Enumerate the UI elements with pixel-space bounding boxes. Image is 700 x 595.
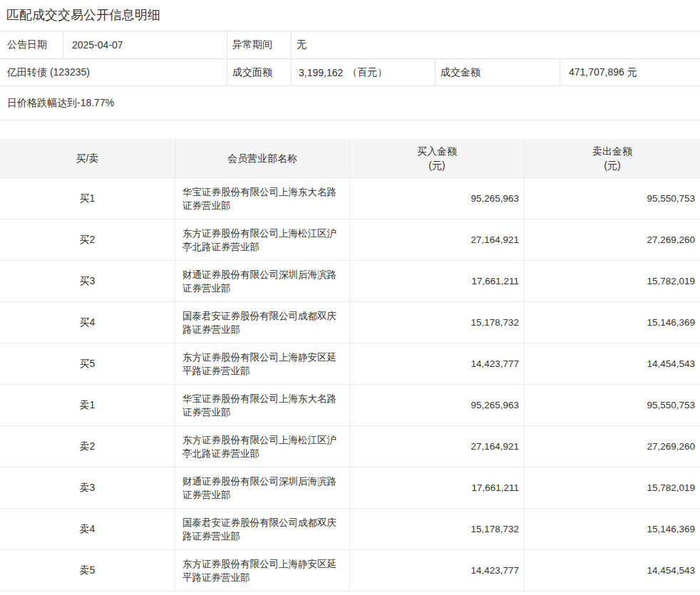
- table-row: 买3 财通证券股份有限公司深圳后海滨路证券营业部 17,661,211 15,7…: [0, 261, 700, 302]
- buy-amount-cell: 27,164,921: [349, 219, 524, 260]
- table-header: 买/卖 会员营业部名称 买入金额 (元) 卖出金额 (元): [0, 139, 700, 178]
- security-name: 亿田转债 (123235): [0, 59, 227, 86]
- table-row: 买4 国泰君安证券股份有限公司成都双庆路证券营业部 15,178,732 15,…: [0, 302, 700, 343]
- info-panel: 公告日期 2025-04-07 异常期间 无 亿田转债 (123235) 成交面…: [0, 31, 700, 120]
- side-cell: 卖1: [0, 385, 175, 425]
- side-cell: 卖4: [0, 509, 175, 549]
- member-cell: 国泰君安证券股份有限公司成都双庆路证券营业部: [175, 302, 349, 343]
- side-cell: 买5: [0, 343, 175, 384]
- abnormal-period-value: 无: [291, 31, 700, 58]
- buy-amount-cell: 17,661,211: [349, 467, 524, 508]
- sell-amount-cell: 27,269,260: [524, 426, 700, 467]
- side-cell: 卖3: [0, 467, 175, 508]
- table-row: 买1 华宝证券股份有限公司上海东大名路证券营业部 95,265,963 95,5…: [0, 178, 700, 219]
- buy-amount-cell: 14,423,777: [349, 550, 524, 591]
- table-row: 卖1 华宝证券股份有限公司上海东大名路证券营业部 95,265,963 95,5…: [0, 385, 700, 426]
- sell-amount-cell: 15,146,369: [524, 509, 700, 549]
- member-cell: 华宝证券股份有限公司上海东大名路证券营业部: [175, 385, 349, 425]
- buy-amount-cell: 95,265,963: [349, 385, 524, 425]
- sell-amount-cell: 15,782,019: [524, 261, 700, 301]
- table-row: 卖4 国泰君安证券股份有限公司成都双庆路证券营业部 15,178,732 15,…: [0, 509, 700, 550]
- face-value-number: 3,199,162: [299, 67, 343, 78]
- header-buy-amount-line1: 买入金额: [417, 144, 457, 158]
- member-cell: 华宝证券股份有限公司上海东大名路证券营业部: [175, 178, 349, 219]
- side-cell: 买2: [0, 219, 175, 260]
- header-sell-amount-line2: (元): [604, 158, 620, 172]
- sell-amount-cell: 95,550,753: [524, 178, 700, 219]
- face-value-label: 成交面额: [227, 59, 291, 86]
- side-cell: 卖5: [0, 550, 175, 591]
- sell-amount-cell: 14,454,543: [524, 343, 700, 384]
- member-cell: 东方证券股份有限公司上海松江区沪亭北路证券营业部: [175, 426, 349, 467]
- face-value-value: 3,199,162 （百元）: [291, 59, 435, 86]
- sell-amount-cell: 15,146,369: [524, 302, 700, 343]
- abnormal-period-label: 异常期间: [227, 31, 291, 58]
- side-cell: 买1: [0, 178, 175, 219]
- header-sell-amount: 卖出金额 (元): [524, 139, 700, 177]
- trade-table: 买/卖 会员营业部名称 买入金额 (元) 卖出金额 (元) 买1 华宝证券股份有…: [0, 139, 700, 591]
- info-row-note: 日价格跌幅达到-18.77%: [0, 86, 700, 120]
- buy-amount-cell: 95,265,963: [349, 178, 524, 219]
- member-cell: 东方证券股份有限公司上海静安区延平路证券营业部: [175, 343, 349, 384]
- buy-amount-cell: 14,423,777: [349, 343, 524, 384]
- face-value-unit: （百元）: [347, 66, 387, 79]
- header-side: 买/卖: [0, 139, 175, 177]
- table-row: 卖2 东方证券股份有限公司上海松江区沪亭北路证券营业部 27,164,921 2…: [0, 426, 700, 467]
- sell-amount-cell: 15,782,019: [524, 467, 700, 508]
- side-cell: 卖2: [0, 426, 175, 467]
- member-cell: 财通证券股份有限公司深圳后海滨路证券营业部: [175, 467, 349, 508]
- turnover-label: 成交金额: [435, 59, 560, 86]
- buy-amount-cell: 27,164,921: [349, 426, 524, 467]
- announce-date-value: 2025-04-07: [63, 31, 227, 58]
- header-buy-amount-line2: (元): [428, 158, 445, 172]
- price-change-note: 日价格跌幅达到-18.77%: [0, 86, 700, 120]
- member-cell: 东方证券股份有限公司上海松江区沪亭北路证券营业部: [175, 219, 349, 260]
- member-cell: 东方证券股份有限公司上海静安区延平路证券营业部: [175, 550, 349, 591]
- buy-amount-cell: 17,661,211: [349, 261, 524, 301]
- header-member: 会员营业部名称: [175, 139, 349, 177]
- header-sell-amount-line1: 卖出金额: [592, 144, 632, 158]
- announce-date-label: 公告日期: [0, 31, 63, 58]
- member-cell: 财通证券股份有限公司深圳后海滨路证券营业部: [175, 261, 349, 301]
- page-title: 匹配成交交易公开信息明细: [0, 0, 700, 31]
- header-buy-amount: 买入金额 (元): [349, 139, 524, 177]
- sell-amount-cell: 95,550,753: [524, 385, 700, 425]
- buy-amount-cell: 15,178,732: [349, 302, 524, 343]
- buy-amount-cell: 15,178,732: [349, 509, 524, 549]
- info-row-security: 亿田转债 (123235) 成交面额 3,199,162 （百元） 成交金额 4…: [0, 59, 700, 86]
- table-row: 买2 东方证券股份有限公司上海松江区沪亭北路证券营业部 27,164,921 2…: [0, 219, 700, 261]
- sell-amount-cell: 27,269,260: [524, 219, 700, 260]
- table-row: 卖5 东方证券股份有限公司上海静安区延平路证券营业部 14,423,777 14…: [0, 550, 700, 591]
- member-cell: 国泰君安证券股份有限公司成都双庆路证券营业部: [175, 509, 349, 549]
- side-cell: 买4: [0, 302, 175, 343]
- turnover-value: 471,707,896 元: [560, 59, 700, 86]
- info-row-dates: 公告日期 2025-04-07 异常期间 无: [0, 31, 700, 59]
- table-row: 卖3 财通证券股份有限公司深圳后海滨路证券营业部 17,661,211 15,7…: [0, 467, 700, 509]
- sell-amount-cell: 14,454,543: [524, 550, 700, 591]
- side-cell: 买3: [0, 261, 175, 301]
- table-row: 买5 东方证券股份有限公司上海静安区延平路证券营业部 14,423,777 14…: [0, 343, 700, 385]
